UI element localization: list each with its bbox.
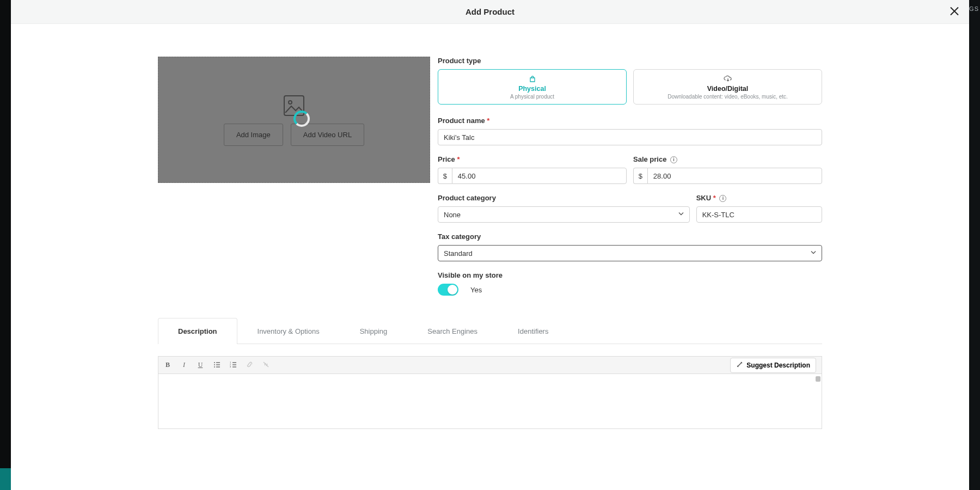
currency-symbol: $ xyxy=(438,168,452,184)
tab-identifiers[interactable]: Identifiers xyxy=(498,318,568,344)
bag-icon xyxy=(443,75,622,83)
visible-label: Visible on my store xyxy=(438,271,822,279)
category-select[interactable] xyxy=(438,206,690,223)
visible-text: Yes xyxy=(470,286,482,294)
description-editor: B I U 123 xyxy=(158,356,822,429)
modal-body: Add Image Add Video URL Product type Phy… xyxy=(11,24,969,490)
add-image-button[interactable]: Add Image xyxy=(224,124,283,146)
tax-value[interactable] xyxy=(438,245,822,261)
digital-title: Video/Digital xyxy=(638,85,817,93)
link-icon[interactable] xyxy=(246,361,253,370)
add-product-modal: Add Product Add Image xyxy=(11,0,969,490)
product-type-label: Product type xyxy=(438,57,822,65)
suggest-label: Suggest Description xyxy=(746,362,810,369)
info-icon[interactable]: i xyxy=(719,195,726,202)
product-type-cards: Physical A physical product Video/Digita… xyxy=(438,69,822,105)
image-placeholder-icon xyxy=(283,94,305,117)
toggle-knob xyxy=(448,285,457,295)
price-input[interactable] xyxy=(452,168,627,184)
background-left-strip xyxy=(0,0,11,490)
product-name-label: Product name * xyxy=(438,117,822,125)
italic-icon[interactable]: I xyxy=(180,361,188,369)
price-label: Price * xyxy=(438,155,627,163)
tax-field: Tax category xyxy=(438,232,822,261)
media-buttons: Add Image Add Video URL xyxy=(224,124,364,146)
physical-sub: A physical product xyxy=(443,94,622,100)
sale-price-input[interactable] xyxy=(647,168,822,184)
close-icon[interactable] xyxy=(950,6,959,17)
svg-text:3: 3 xyxy=(230,365,231,368)
svg-point-1 xyxy=(289,101,292,104)
loading-spinner-icon xyxy=(293,111,310,127)
bullet-list-icon[interactable] xyxy=(213,361,220,370)
svg-rect-5 xyxy=(216,364,220,365)
modal-title: Add Product xyxy=(465,7,514,16)
product-name-input[interactable] xyxy=(438,129,822,145)
svg-rect-7 xyxy=(216,366,220,367)
category-value[interactable] xyxy=(438,206,690,223)
tab-description[interactable]: Description xyxy=(158,318,237,344)
category-label: Product category xyxy=(438,194,690,202)
bold-icon[interactable]: B xyxy=(164,361,171,369)
required-asterisk: * xyxy=(487,117,489,125)
tab-inventory-options[interactable]: Inventory & Options xyxy=(237,318,340,344)
svg-point-4 xyxy=(214,364,215,365)
info-icon[interactable]: i xyxy=(670,156,677,163)
sku-input[interactable] xyxy=(696,206,822,223)
upper-row: Add Image Add Video URL Product type Phy… xyxy=(158,57,822,296)
add-video-url-button[interactable]: Add Video URL xyxy=(291,124,364,146)
tax-select[interactable] xyxy=(438,245,822,261)
numbered-list-icon[interactable]: 123 xyxy=(229,361,237,370)
svg-rect-13 xyxy=(232,366,236,367)
physical-title: Physical xyxy=(443,85,622,93)
tab-search-engines[interactable]: Search Engines xyxy=(407,318,498,344)
svg-point-2 xyxy=(214,362,215,363)
tax-label: Tax category xyxy=(438,232,822,241)
scrollbar-thumb[interactable] xyxy=(816,376,820,382)
media-upload-panel[interactable]: Add Image Add Video URL xyxy=(158,57,430,183)
content-wrapper: Add Image Add Video URL Product type Phy… xyxy=(158,57,822,429)
digital-sub: Downloadable content: video, eBooks, mus… xyxy=(638,94,817,100)
svg-rect-3 xyxy=(216,362,220,363)
category-sku-row: Product category SKU * i xyxy=(438,194,822,223)
svg-rect-11 xyxy=(232,364,236,365)
product-type-digital[interactable]: Video/Digital Downloadable content: vide… xyxy=(633,69,822,105)
category-field: Product category xyxy=(438,194,690,223)
suggest-description-button[interactable]: Suggest Description xyxy=(730,358,816,373)
price-field: Price * $ xyxy=(438,155,627,184)
modal-header: Add Product xyxy=(11,0,969,24)
product-type-physical[interactable]: Physical A physical product xyxy=(438,69,627,105)
currency-symbol-sale: $ xyxy=(633,168,647,184)
svg-rect-9 xyxy=(232,362,236,363)
magic-wand-icon xyxy=(736,361,743,370)
svg-point-6 xyxy=(214,366,215,367)
background-right-text: GS xyxy=(969,5,980,12)
price-row: Price * $ Sale price i xyxy=(438,155,822,184)
editor-toolbar: B I U 123 xyxy=(158,357,822,374)
cloud-download-icon xyxy=(638,75,817,83)
underline-icon[interactable]: U xyxy=(197,361,204,369)
sale-price-field: Sale price i $ xyxy=(633,155,822,184)
background-accent-corner xyxy=(0,468,11,490)
sale-price-label: Sale price i xyxy=(633,155,822,163)
tab-shipping[interactable]: Shipping xyxy=(340,318,408,344)
visible-toggle-row: Yes xyxy=(438,284,822,296)
sku-field: SKU * i xyxy=(696,194,822,223)
editor-textarea[interactable] xyxy=(158,374,822,428)
product-tabs: Description Inventory & Options Shipping… xyxy=(158,317,822,344)
sku-label: SKU * i xyxy=(696,194,822,202)
form-column: Product type Physical A physical product xyxy=(438,57,822,296)
unlink-icon[interactable] xyxy=(262,361,270,370)
visible-toggle[interactable] xyxy=(438,284,458,296)
